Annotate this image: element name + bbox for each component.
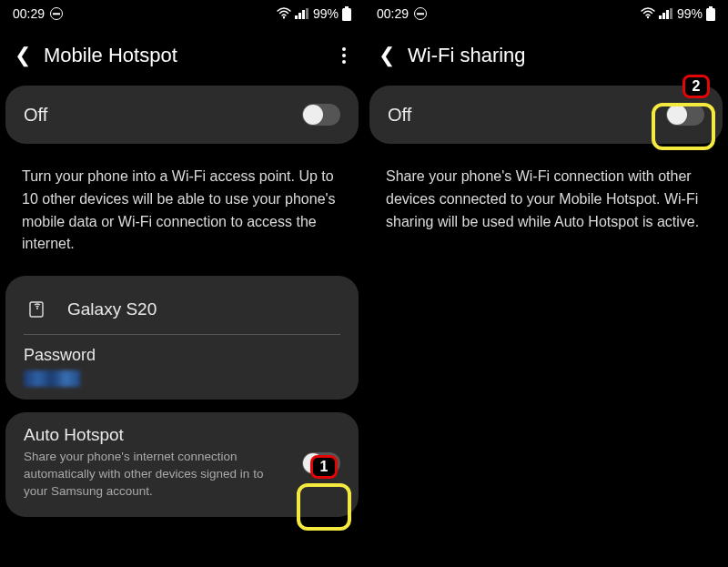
back-button[interactable]: ❮ <box>15 44 31 67</box>
wifi-icon <box>277 7 291 20</box>
dnd-icon <box>50 7 63 20</box>
title-bar: ❮ Wi-Fi sharing <box>364 27 728 86</box>
status-bar: 00:29 99% <box>0 0 364 27</box>
auto-hotspot-title: Auto Hotspot <box>24 425 278 445</box>
svg-point-0 <box>283 16 285 18</box>
back-button[interactable]: ❮ <box>379 44 395 67</box>
wifi-sharing-description: Share your phone's Wi-Fi connection with… <box>364 157 728 253</box>
page-title: Mobile Hotspot <box>44 44 177 67</box>
screen-wifi-sharing: 00:29 99% ❮ Wi-Fi sharing Off Share your… <box>364 0 728 567</box>
battery-pct: 99% <box>677 6 703 21</box>
hotspot-description: Turn your phone into a Wi-Fi access poin… <box>0 157 364 276</box>
svg-point-7 <box>36 308 38 309</box>
password-label: Password <box>24 346 340 365</box>
master-toggle-switch[interactable] <box>666 104 704 126</box>
master-toggle-card[interactable]: Off <box>5 86 359 144</box>
signal-icon <box>295 8 309 19</box>
svg-rect-2 <box>298 13 301 19</box>
password-value-redacted <box>24 370 80 387</box>
status-bar: 00:29 99% <box>364 0 728 27</box>
svg-rect-1 <box>295 15 298 19</box>
network-icon <box>27 299 47 319</box>
svg-rect-9 <box>659 15 662 19</box>
svg-rect-12 <box>670 8 672 19</box>
page-title: Wi-Fi sharing <box>408 44 526 67</box>
divider <box>24 334 340 335</box>
auto-hotspot-switch[interactable] <box>302 452 340 474</box>
network-name: Galaxy S20 <box>67 299 157 319</box>
auto-hotspot-subtitle: Share your phone's internet connection a… <box>24 449 278 501</box>
svg-rect-5 <box>345 6 349 8</box>
svg-rect-13 <box>709 6 713 8</box>
master-toggle-card[interactable]: Off <box>369 86 723 144</box>
status-time: 00:29 <box>13 6 45 21</box>
screen-mobile-hotspot: 00:29 99% ❮ Mobile Hotspot Off Turn <box>0 0 364 567</box>
signal-icon <box>659 8 673 19</box>
title-bar: ❮ Mobile Hotspot <box>0 27 364 86</box>
svg-rect-10 <box>662 13 665 19</box>
dnd-icon <box>414 7 427 20</box>
svg-rect-6 <box>342 8 351 21</box>
status-time: 00:29 <box>377 6 409 21</box>
auto-hotspot-card[interactable]: Auto Hotspot Share your phone's internet… <box>5 412 359 517</box>
overflow-menu-button[interactable] <box>339 44 349 67</box>
master-toggle-label: Off <box>388 105 411 126</box>
battery-pct: 99% <box>313 6 339 21</box>
svg-rect-11 <box>666 10 669 19</box>
svg-rect-3 <box>302 10 305 19</box>
network-settings-card[interactable]: Galaxy S20 Password <box>5 276 359 400</box>
svg-rect-4 <box>306 8 308 19</box>
svg-point-8 <box>647 16 649 18</box>
battery-icon <box>706 6 715 21</box>
svg-rect-14 <box>706 8 715 21</box>
battery-icon <box>342 6 351 21</box>
wifi-icon <box>641 7 655 20</box>
master-toggle-switch[interactable] <box>302 104 340 126</box>
master-toggle-label: Off <box>24 105 47 126</box>
